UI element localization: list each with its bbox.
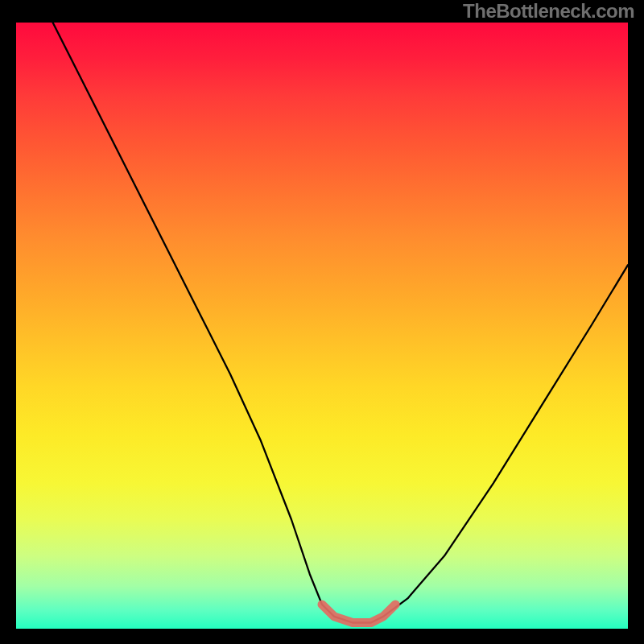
chart-plot-area (16, 23, 628, 629)
bottleneck-curve (53, 23, 628, 623)
series-layer (16, 23, 628, 629)
flat-bottom-highlight (322, 605, 395, 623)
chart-frame: TheBottleneck.com (0, 0, 644, 644)
watermark-text: TheBottleneck.com (463, 0, 634, 23)
